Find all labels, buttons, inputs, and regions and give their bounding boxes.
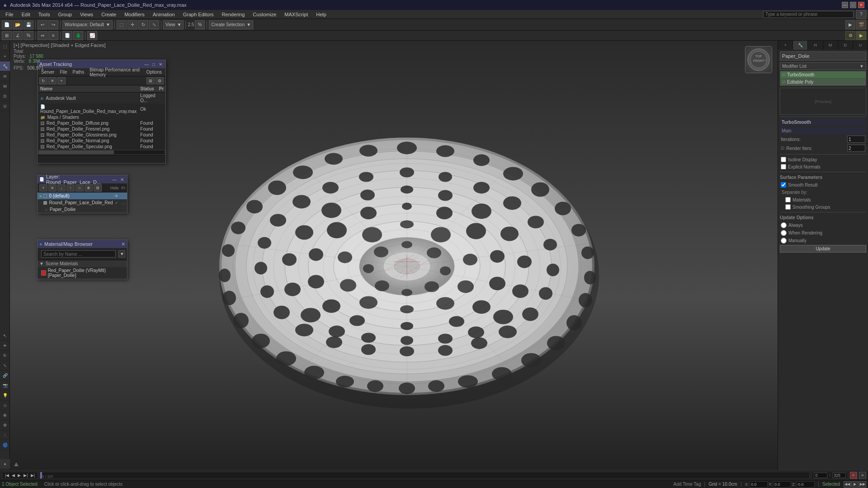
snap-btn[interactable]: ⊞ xyxy=(2,31,12,40)
sidebar-display[interactable]: D xyxy=(0,91,10,101)
redo-btn[interactable]: ↪ xyxy=(48,20,58,29)
layer-panel-titlebar[interactable]: 📑 Layer: Round_Paper_Lace_D... — ✕ xyxy=(38,175,127,183)
mirror-btn[interactable]: ⇔ xyxy=(38,31,47,40)
modifier-checkbox[interactable]: ☑ xyxy=(782,73,785,77)
y-input[interactable] xyxy=(773,481,791,488)
table-row[interactable]: 🖼 Red_Paper_Doilie_Diffuse.png Found xyxy=(38,120,165,126)
menu-bitmap-perf[interactable]: Bitmap Performance and Memory xyxy=(88,67,142,77)
menu-create[interactable]: Create xyxy=(98,11,120,18)
manually-radio[interactable] xyxy=(781,238,787,244)
workspace-dropdown[interactable]: Workspace: Default ▼ xyxy=(62,20,113,29)
isoline-checkbox[interactable] xyxy=(781,157,786,162)
sidebar-motion[interactable]: M xyxy=(0,81,10,91)
menu-rendering[interactable]: Rendering xyxy=(218,11,249,18)
sidebar-utilities[interactable]: U xyxy=(0,101,10,111)
menu-graph-editors[interactable]: Graph Editors xyxy=(179,11,217,18)
layer-highlight-btn[interactable]: ☆ xyxy=(75,184,84,192)
sidebar-helpers[interactable]: ⊕ xyxy=(0,410,10,420)
menu-file[interactable]: File xyxy=(58,70,69,75)
layer-visibility-icon[interactable]: 👁 xyxy=(114,194,118,198)
sidebar-create[interactable]: + xyxy=(0,52,10,61)
asset-close-btn[interactable]: ✕ xyxy=(157,62,164,67)
align-btn[interactable]: ≡ xyxy=(48,31,58,40)
sidebar-spacewarps[interactable]: 🌀 xyxy=(0,440,10,450)
tab-modify[interactable]: 🔧 xyxy=(793,41,808,50)
curve-editor-btn[interactable]: 📈 xyxy=(87,31,97,40)
layer-item-round[interactable]: ○ Round_Paper_Lace_Dolie_Red ✓ … xyxy=(38,199,127,206)
asset-refresh-btn[interactable]: ↻ xyxy=(39,77,47,84)
sidebar-link[interactable]: 🔗 xyxy=(0,371,10,380)
menu-tools[interactable]: Tools xyxy=(35,11,54,18)
timeline-scrubber[interactable]: 0 / 325 xyxy=(40,472,810,479)
angle-snap-btn[interactable]: ∠ xyxy=(13,31,23,40)
sidebar-shapes[interactable]: ◇ xyxy=(0,400,10,410)
menu-animation[interactable]: Animation xyxy=(149,11,179,18)
render-setup-btn[interactable]: ⚙ xyxy=(845,31,855,40)
layer-freeze-btn[interactable]: ❄ xyxy=(85,184,93,192)
layer-options-icon[interactable]: … xyxy=(121,194,125,198)
layer-select-objects-btn[interactable]: ↑ xyxy=(66,184,75,192)
save-btn[interactable]: 💾 xyxy=(24,20,33,29)
new-scene-btn[interactable]: 📄 xyxy=(2,20,12,29)
move-btn[interactable]: ✛ xyxy=(127,20,137,29)
sidebar-systems[interactable]: ⚙ xyxy=(0,420,10,430)
layer-item-paper[interactable]: ◈ Paper_Doilie xyxy=(38,206,127,213)
table-row[interactable]: 🖼 Red_Paper_Doilie_Glossiness.png Found xyxy=(38,132,165,138)
close-btn[interactable]: ✕ xyxy=(858,2,864,8)
sidebar-hierarchy[interactable]: H xyxy=(0,71,10,81)
minimize-btn[interactable]: — xyxy=(842,2,848,8)
table-row[interactable]: 🖼 Red_Paper_Doilie_Specular.png Found xyxy=(38,144,165,150)
maximize-btn[interactable]: □ xyxy=(850,2,856,8)
sidebar-particles[interactable]: ∴ xyxy=(0,430,10,440)
menu-options[interactable]: Options xyxy=(145,70,164,75)
table-row[interactable]: 🖼 Red_Paper_Doilie_Normal.png Found xyxy=(38,138,165,144)
layer-properties-btn[interactable]: ⚙ xyxy=(94,184,102,192)
sidebar-rotate[interactable]: ↻ xyxy=(0,351,10,361)
asset-remove-btn[interactable]: ✕ xyxy=(48,77,57,84)
modifier-editable-poly[interactable]: ☑ Editable Poly xyxy=(780,79,866,85)
layer-add-selection-btn[interactable]: ↓ xyxy=(57,184,66,192)
auto-key-btn[interactable]: A xyxy=(859,472,866,479)
navigation-cube[interactable]: TOP FRONT L xyxy=(745,46,772,73)
sidebar-modify[interactable]: 🔧 xyxy=(0,61,10,71)
layer-delete-btn[interactable]: ✕ xyxy=(48,184,57,192)
x-input[interactable] xyxy=(750,481,768,488)
table-row[interactable]: 📄 Round_Paper_Lace_Doilie_Red_max_vray.m… xyxy=(38,103,165,114)
percent-btn[interactable]: % xyxy=(195,20,205,29)
table-row[interactable]: ⊕ Autodesk Vault Logged O... xyxy=(38,93,165,104)
render-btn[interactable]: 🎬 xyxy=(856,20,866,29)
select-btn[interactable]: ⬚ xyxy=(117,20,127,29)
current-frame-input[interactable] xyxy=(814,473,827,478)
when-rendering-radio[interactable] xyxy=(781,230,787,236)
sidebar-move[interactable]: ✛ xyxy=(0,341,10,351)
open-btn[interactable]: 📂 xyxy=(13,20,23,29)
sidebar-reactor[interactable]: ● xyxy=(0,459,10,469)
menu-modifiers[interactable]: Modifiers xyxy=(121,11,148,18)
menu-customize[interactable]: Customize xyxy=(249,11,280,18)
layer-manager-btn[interactable]: 📑 xyxy=(62,31,72,40)
layer-minimize-btn[interactable]: — xyxy=(111,177,118,182)
menu-maxscript[interactable]: MAXScript xyxy=(281,11,311,18)
set-key-btn[interactable]: K xyxy=(850,472,857,479)
material-close-btn[interactable]: ✕ xyxy=(121,241,125,247)
help-btn[interactable]: ? xyxy=(856,10,866,19)
pb-play-btn[interactable]: ▶ xyxy=(851,481,859,488)
pb-prev-btn[interactable]: ◀◀ xyxy=(844,481,851,488)
tab-hierarchy[interactable]: H xyxy=(808,41,823,50)
layer-round-options[interactable]: … xyxy=(121,201,125,205)
material-item[interactable]: Red_Paper_Doilie (VRayMtl) [Paper_Doilie… xyxy=(38,267,127,279)
undo-btn[interactable]: ↩ xyxy=(38,20,47,29)
sidebar-scale[interactable]: ⤡ xyxy=(0,361,10,371)
tab-motion[interactable]: M xyxy=(823,41,838,50)
layer-close-btn[interactable]: ✕ xyxy=(119,177,125,182)
rotate-btn[interactable]: ↻ xyxy=(138,20,148,29)
smooth-result-checkbox[interactable] xyxy=(781,182,786,188)
material-search-input[interactable] xyxy=(41,250,116,258)
scale-btn[interactable]: ⤡ xyxy=(149,20,159,29)
play-btn[interactable]: ▶ xyxy=(845,20,855,29)
render-iters-input[interactable] xyxy=(847,145,865,152)
asset-filter-btn[interactable]: ⊞ xyxy=(146,77,155,84)
end-frame-input[interactable] xyxy=(832,473,846,478)
go-start-btn[interactable]: |◀ xyxy=(4,473,10,478)
tab-display[interactable]: D xyxy=(838,41,853,50)
